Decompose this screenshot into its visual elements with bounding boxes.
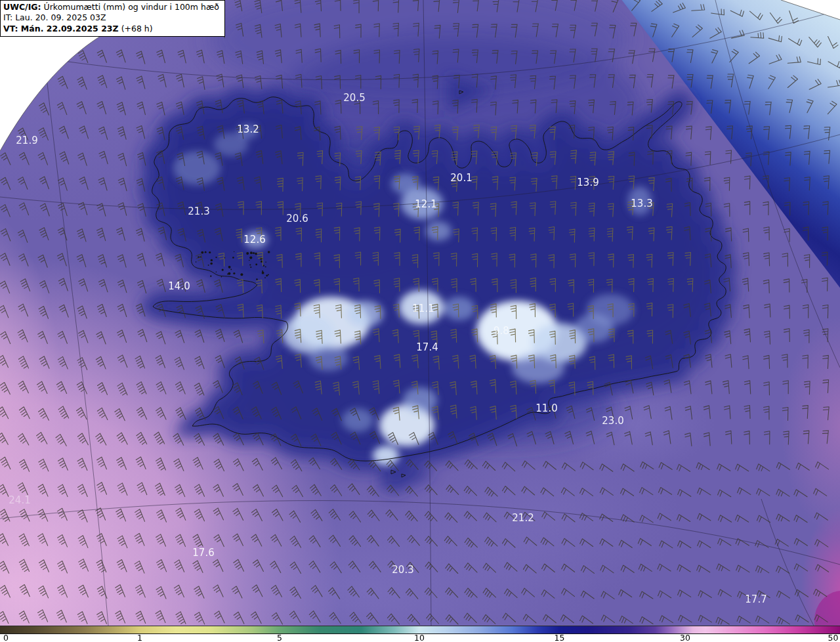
precip-value-label: 12.1 [415, 198, 436, 210]
precip-value-label: 13.9 [577, 177, 598, 188]
precip-value-label: 20.1 [450, 172, 472, 184]
weather-map-viewport: 20.821.913.220.520.113.913.321.320.612.1… [0, 0, 840, 642]
precip-value-label: 20.5 [343, 92, 365, 104]
product-info-box: UWC/IG: Úrkomumætti (mm) og vindur i 100… [0, 0, 225, 37]
colorbar-tick-label: 15 [555, 633, 565, 642]
product-label: UWC/IG: [3, 2, 41, 12]
colorbar-tick-label: 30 [680, 633, 690, 642]
precip-value-label: 17.4 [416, 341, 438, 353]
colorbar: 01510153050 [0, 626, 840, 642]
precip-value-label: 11.0 [536, 402, 557, 414]
precip-value-label: 9.8 [494, 325, 509, 337]
precip-value-label: 20.8 [48, 41, 70, 53]
precip-value-label: 11.1 [412, 303, 434, 314]
colorbar-tick-label: 10 [414, 633, 425, 642]
precip-value-label: 21.9 [16, 135, 37, 146]
precip-value-label: 21.3 [188, 205, 209, 217]
precip-value-label: 20.3 [392, 564, 413, 576]
precip-value-label: 20.6 [286, 213, 308, 225]
precip-value-label: 17.6 [192, 547, 214, 559]
colorbar-tick-label: 50 [828, 633, 839, 642]
precip-value-label: 13.2 [237, 123, 259, 135]
precip-value-label: 24.1 [9, 494, 30, 506]
precipitation-wind-map: 20.821.913.220.520.113.913.321.320.612.1… [0, 0, 840, 626]
precip-value-label: 12.6 [243, 234, 265, 246]
colorbar-tick-label: 5 [277, 633, 282, 642]
valid-offset: (+68 h) [121, 24, 153, 33]
init-time-line: IT: Lau. 20. 09. 2025 03Z [3, 12, 219, 23]
precip-value-label: 21.2 [512, 512, 534, 524]
precip-value-label: 13.3 [631, 198, 652, 209]
valid-time: VT: Mán. 22.09.2025 23Z [3, 24, 119, 33]
valid-time-line: VT: Mán. 22.09.2025 23Z (+68 h) [3, 24, 219, 34]
product-title: Úrkomumætti (mm) og vindur i 100m hæð [44, 2, 219, 12]
colorbar-tick-label: 0 [3, 633, 9, 642]
precip-value-label: 23.0 [602, 415, 623, 427]
product-title-line: UWC/IG: Úrkomumætti (mm) og vindur i 100… [3, 2, 219, 12]
colorbar-tick-label: 1 [137, 633, 142, 642]
colorbar-ticks: 01510153050 [0, 634, 840, 642]
precip-value-label: 17.7 [745, 593, 766, 605]
precip-value-label: 14.0 [168, 280, 190, 292]
